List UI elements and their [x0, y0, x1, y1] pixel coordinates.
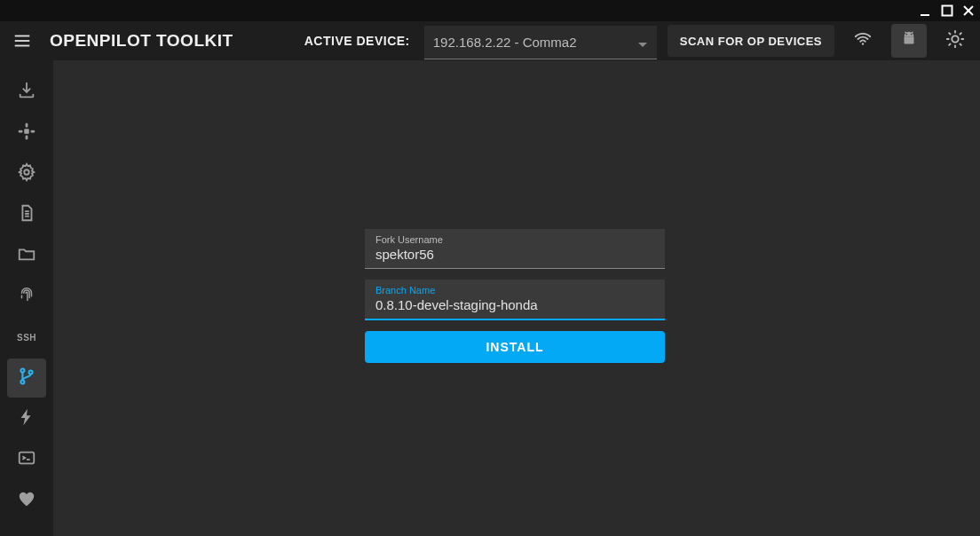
theme-toggle-button[interactable]	[937, 24, 973, 58]
svg-rect-8	[905, 36, 914, 43]
svg-rect-26	[31, 130, 36, 133]
ssh-icon: SSH	[17, 333, 36, 343]
sidebar-item-ssh[interactable]: SSH	[7, 318, 46, 357]
install-form: Fork Username Branch Name INSTALL	[365, 229, 665, 363]
heart-icon	[17, 489, 36, 512]
svg-line-21	[960, 33, 961, 34]
svg-rect-25	[19, 130, 23, 133]
download-icon	[17, 81, 36, 104]
sidebar-item-remote[interactable]	[7, 114, 46, 153]
scan-devices-label: SCAN FOR OP DEVICES	[680, 35, 822, 48]
fingerprint-icon	[17, 285, 36, 308]
sidebar-item-export[interactable]	[7, 73, 46, 112]
file-icon	[17, 203, 36, 226]
sidebar-item-flash[interactable]	[7, 399, 46, 438]
gamepad-icon	[17, 122, 36, 145]
branch-name-field[interactable]: Branch Name	[365, 280, 665, 320]
svg-point-27	[24, 169, 29, 175]
folder-icon	[17, 244, 36, 267]
terminal-icon	[17, 448, 36, 471]
sidebar-item-explore[interactable]	[7, 236, 46, 275]
wifi-icon	[853, 29, 873, 52]
fork-username-label: Fork Username	[375, 234, 654, 245]
install-button-label: INSTALL	[486, 340, 543, 354]
svg-rect-23	[26, 123, 28, 128]
fork-username-field[interactable]: Fork Username	[365, 229, 665, 269]
install-button[interactable]: INSTALL	[365, 331, 665, 363]
svg-line-19	[960, 44, 961, 45]
branch-name-label: Branch Name	[375, 285, 654, 296]
window-minimize-button[interactable]	[920, 4, 932, 17]
git-branch-icon	[17, 367, 36, 390]
fork-username-input[interactable]	[375, 247, 654, 262]
brightness-icon	[945, 29, 965, 52]
sidebar-item-logs[interactable]	[7, 195, 46, 234]
sidebar-item-settings[interactable]	[7, 154, 46, 193]
svg-rect-24	[26, 136, 28, 140]
active-device-label: ACTIVE DEVICE:	[304, 34, 410, 48]
scan-devices-button[interactable]: SCAN FOR OP DEVICES	[668, 25, 834, 57]
chevron-down-icon	[637, 37, 648, 48]
svg-rect-34	[20, 453, 35, 464]
app-title: OPENPILOT TOOLKIT	[50, 31, 233, 51]
sidebar-item-fingerprint[interactable]	[7, 277, 46, 316]
wifi-button[interactable]	[845, 24, 881, 58]
bolt-icon	[17, 407, 36, 430]
branch-name-input[interactable]	[375, 297, 654, 312]
sidebar: SSH	[0, 60, 53, 536]
window-close-button[interactable]	[962, 4, 975, 17]
active-device-value: 192.168.2.22 - Comma2	[433, 35, 577, 50]
active-device-select[interactable]: 192.168.2.22 - Comma2	[424, 26, 657, 59]
menu-toggle-button[interactable]	[5, 23, 39, 59]
window-titlebar	[0, 0, 980, 21]
main-content: Fork Username Branch Name INSTALL	[53, 60, 980, 536]
svg-point-32	[20, 380, 24, 383]
svg-point-9	[905, 34, 907, 35]
svg-line-11	[905, 32, 906, 34]
gear-icon	[17, 162, 36, 185]
svg-point-7	[862, 43, 864, 44]
svg-point-31	[20, 369, 24, 373]
app-header: OPENPILOT TOOLKIT ACTIVE DEVICE: 192.168…	[0, 21, 980, 60]
svg-point-10	[911, 34, 913, 35]
svg-rect-22	[24, 129, 29, 134]
svg-line-18	[949, 33, 950, 34]
svg-point-33	[29, 370, 33, 374]
adb-button[interactable]	[891, 24, 927, 58]
svg-line-12	[912, 32, 913, 34]
sidebar-item-terminal[interactable]	[7, 440, 46, 479]
svg-point-13	[952, 35, 958, 42]
sidebar-item-donate[interactable]	[7, 481, 46, 520]
svg-rect-1	[943, 6, 952, 16]
android-icon	[899, 29, 919, 52]
sidebar-item-fork[interactable]	[7, 359, 46, 398]
window-maximize-button[interactable]	[941, 4, 953, 17]
svg-line-20	[949, 44, 950, 45]
